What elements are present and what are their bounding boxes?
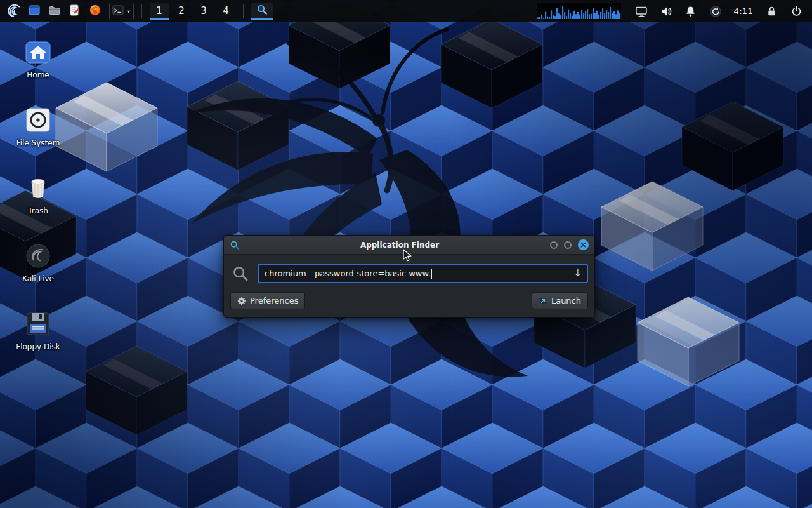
desktop-icon-file-system[interactable]: File System bbox=[8, 105, 69, 147]
history-dropdown-icon[interactable]: ↓ bbox=[573, 269, 582, 278]
window-icon bbox=[28, 4, 41, 19]
desktop-icon-label: Kali Live bbox=[8, 274, 69, 283]
search-icon bbox=[230, 265, 251, 283]
workspace-1[interactable]: 1 bbox=[150, 3, 169, 20]
workspace-2[interactable]: 2 bbox=[172, 3, 191, 20]
desktop-icon-label: Floppy Disk bbox=[8, 342, 69, 351]
power-icon[interactable] bbox=[789, 4, 804, 19]
panel-separator bbox=[141, 4, 142, 18]
desktop-icon-home[interactable]: Home bbox=[8, 37, 69, 79]
search-query-text: chromium --password-store=basic www. bbox=[265, 269, 431, 278]
appfinder-window-icon bbox=[230, 240, 240, 250]
cpu-graph[interactable] bbox=[537, 3, 621, 20]
floppy-disk-icon bbox=[8, 309, 69, 339]
search-input[interactable]: chromium --password-store=basic www. ↓ bbox=[258, 264, 588, 283]
text-caret bbox=[431, 269, 432, 279]
file-manager-button[interactable] bbox=[46, 3, 63, 20]
launch-button[interactable]: Launch bbox=[532, 292, 588, 309]
desktop-launcher-button[interactable] bbox=[25, 3, 43, 20]
preferences-label: Preferences bbox=[250, 296, 298, 305]
window-title: Application Finder bbox=[262, 241, 537, 250]
gear-icon bbox=[237, 297, 246, 305]
display-icon[interactable] bbox=[634, 4, 649, 19]
panel-separator bbox=[243, 4, 244, 18]
top-panel: 1 2 3 4 bbox=[0, 0, 812, 22]
chevron-down-icon bbox=[126, 5, 131, 17]
taskbar-application-finder[interactable] bbox=[251, 3, 273, 20]
desktop-icon-kali-live[interactable]: Kali Live bbox=[8, 241, 69, 283]
mouse-cursor bbox=[402, 249, 415, 263]
workspace-3[interactable]: 3 bbox=[194, 3, 213, 20]
window-body: chromium --password-store=basic www. ↓ bbox=[224, 255, 594, 317]
trash-icon bbox=[8, 173, 69, 203]
minimize-button[interactable] bbox=[550, 241, 558, 249]
text-editor-icon bbox=[69, 4, 81, 19]
launch-icon bbox=[539, 297, 547, 305]
terminal-launcher[interactable] bbox=[109, 3, 134, 20]
kali-menu-icon bbox=[6, 2, 22, 21]
application-finder-window: Application Finder chromium --password-s… bbox=[223, 235, 595, 318]
home-icon bbox=[8, 37, 69, 67]
update-indicator-icon[interactable] bbox=[708, 4, 723, 19]
notifications-icon[interactable] bbox=[683, 4, 698, 19]
desktop-icon-label: File System bbox=[8, 138, 69, 147]
lock-icon[interactable] bbox=[764, 4, 779, 19]
desktop-icon-label: Home bbox=[8, 70, 69, 79]
filesystem-icon bbox=[8, 105, 69, 135]
web-browser-button[interactable] bbox=[86, 3, 103, 20]
maximize-button[interactable] bbox=[564, 241, 572, 249]
kali-live-icon bbox=[8, 241, 69, 271]
desktop-icon-floppy-disk[interactable]: Floppy Disk bbox=[8, 309, 69, 351]
preferences-button[interactable]: Preferences bbox=[230, 292, 305, 309]
workspace-4[interactable]: 4 bbox=[216, 3, 235, 20]
desktop-icon-label: Trash bbox=[8, 206, 69, 215]
folder-icon bbox=[48, 4, 61, 19]
appfinder-icon bbox=[256, 4, 268, 18]
close-button[interactable] bbox=[578, 239, 589, 250]
desktop-icon-trash[interactable]: Trash bbox=[8, 173, 69, 215]
clock[interactable]: 4:11 bbox=[734, 6, 753, 16]
terminal-icon bbox=[112, 4, 124, 19]
close-icon bbox=[580, 242, 586, 248]
firefox-icon bbox=[89, 4, 102, 19]
text-editor-button[interactable] bbox=[66, 3, 83, 20]
applications-menu-button[interactable] bbox=[5, 3, 22, 20]
volume-icon[interactable] bbox=[658, 4, 674, 19]
launch-label: Launch bbox=[551, 296, 581, 305]
